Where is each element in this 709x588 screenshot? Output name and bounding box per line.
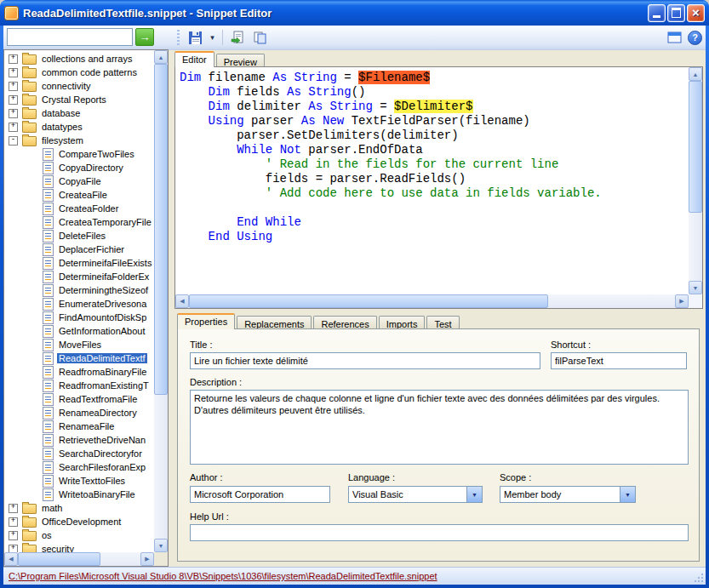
tree-item[interactable]: +os [5, 528, 154, 542]
tree-item[interactable]: RenameaDirectory [5, 406, 154, 420]
save-button[interactable] [185, 27, 205, 48]
code-horizontal-scrollbar[interactable] [175, 294, 689, 308]
help-button[interactable]: ? [688, 31, 702, 45]
scroll-up-button[interactable] [154, 50, 168, 64]
tree-item[interactable]: +collections and arrays [5, 52, 154, 66]
toolbar-grip[interactable] [177, 30, 180, 45]
scroll-thumb[interactable] [189, 294, 548, 308]
scroll-right-button[interactable] [140, 552, 154, 566]
snippet-icon [43, 475, 54, 488]
copy-snippet-button[interactable] [249, 27, 270, 48]
tree-item[interactable]: CopyaDirectory [5, 161, 154, 174]
tree-item[interactable]: RenameaFile [5, 420, 154, 433]
tree-item[interactable]: CreateaTemporaryFile [5, 215, 154, 229]
title-field[interactable] [190, 352, 540, 369]
tree-item[interactable]: FindAmountofDiskSp [5, 311, 154, 324]
tree-item[interactable]: GetInformationAbout [5, 324, 154, 338]
tree-item[interactable]: ReadfromaBinaryFile [5, 365, 154, 379]
expand-icon[interactable]: + [9, 531, 18, 540]
tree-item[interactable]: ReadaDelimitedTextf [5, 351, 154, 365]
tree-horizontal-scrollbar[interactable] [4, 552, 154, 566]
chevron-down-icon[interactable] [620, 487, 635, 502]
tree-item[interactable]: +connectivity [5, 79, 154, 93]
code-editor[interactable]: Dim filename As String = $Filename$ Dim … [174, 66, 703, 309]
help-url-field[interactable] [190, 524, 689, 541]
tree-item[interactable]: SearchFilesforanExp [5, 460, 154, 474]
maximize-button[interactable] [667, 4, 685, 22]
tree-vertical-scrollbar[interactable] [154, 50, 168, 552]
scroll-right-button[interactable] [675, 294, 689, 308]
title-bar[interactable]: ReadaDelimitedTextfile.snippet - Snippet… [0, 0, 709, 26]
tree-item[interactable]: DetermineifaFolderEx [5, 270, 154, 283]
tree-item[interactable]: CompareTwoFiles [5, 147, 154, 161]
author-field[interactable] [190, 486, 330, 503]
tree-item[interactable]: +math [5, 501, 154, 515]
keyword-token: String [294, 71, 336, 84]
tree-item[interactable]: +Crystal Reports [5, 93, 154, 106]
tree-item[interactable]: +common code patterns [5, 66, 154, 79]
tree-item[interactable]: SearchaDirectoryfor [5, 447, 154, 460]
tree-item[interactable]: DeterminingtheSizeof [5, 283, 154, 297]
tree-item[interactable]: +security [5, 542, 154, 552]
tree-item[interactable]: +datatypes [5, 120, 154, 134]
tree-item[interactable]: CreateaFolder [5, 202, 154, 215]
expand-icon[interactable]: + [9, 545, 18, 553]
save-dropdown-button[interactable] [207, 27, 218, 48]
code-text-area[interactable]: Dim filename As String = $Filename$ Dim … [180, 71, 685, 291]
tab-properties[interactable]: Properties [177, 313, 235, 329]
scroll-thumb[interactable] [689, 81, 702, 213]
tree-item[interactable]: +OfficeDevelopment [5, 515, 154, 528]
snippet-icon [43, 203, 54, 215]
export-button[interactable] [227, 27, 248, 48]
tree-item[interactable]: -filesystem [5, 134, 154, 147]
expand-icon[interactable]: + [9, 517, 18, 527]
tree-item[interactable]: DeleteFiles [5, 229, 154, 243]
tree-item[interactable]: ReadfromanExistingT [5, 379, 154, 392]
search-go-button[interactable]: → [135, 28, 154, 46]
tree-item[interactable]: ReadTextfromaFile [5, 392, 154, 406]
expand-icon[interactable]: + [9, 54, 18, 64]
close-button[interactable] [687, 4, 705, 22]
tree-item[interactable]: DeplacerFichier [5, 243, 154, 256]
tab-editor[interactable]: Editor [174, 51, 214, 67]
expand-icon[interactable]: + [9, 123, 18, 132]
tree-item[interactable]: MoveFiles [5, 338, 154, 351]
collapse-icon[interactable]: - [9, 136, 18, 146]
scroll-down-button[interactable] [689, 281, 702, 294]
scroll-left-button[interactable] [175, 294, 189, 308]
code-text: TextFieldParser(filename) [344, 114, 529, 128]
scroll-up-button[interactable] [689, 67, 702, 81]
scroll-thumb[interactable] [154, 64, 168, 395]
expand-icon[interactable]: + [9, 109, 18, 118]
minimize-button[interactable] [648, 4, 666, 22]
language-select[interactable]: Visual Basic [348, 486, 483, 503]
tree-item[interactable]: WritetoaBinaryFile [5, 488, 154, 501]
tree-item-label: SearchFilesforanExp [57, 462, 147, 472]
tree-item[interactable]: DetermineifaFileExists [5, 256, 154, 270]
snippet-path-link[interactable]: C:\Program Files\Microsoft Visual Studio… [9, 571, 437, 581]
panel-toggle-button[interactable] [664, 27, 684, 48]
scroll-left-button[interactable] [4, 552, 18, 566]
expand-icon[interactable]: + [9, 504, 18, 513]
description-field[interactable]: Retourne les valeurs de chaque colonne e… [190, 390, 689, 465]
tree-item[interactable]: +database [5, 106, 154, 120]
scroll-down-button[interactable] [154, 539, 168, 552]
code-vertical-scrollbar[interactable] [689, 67, 702, 294]
code-line: Dim delimiter As String = $Delimiter$ [180, 100, 685, 114]
shortcut-field[interactable] [551, 352, 687, 369]
expand-icon[interactable]: + [9, 82, 18, 91]
resize-grip[interactable] [693, 572, 704, 583]
tree-item[interactable]: RetrievetheDriveNan [5, 433, 154, 447]
open-folder-icon [22, 136, 37, 146]
tree-item[interactable]: CopyaFile [5, 174, 154, 188]
scope-select[interactable]: Member body [500, 486, 636, 503]
expand-icon[interactable]: + [9, 95, 18, 105]
search-input[interactable] [7, 28, 133, 46]
expand-icon[interactable]: + [9, 68, 18, 77]
properties-page: Title : Shortcut : Description : Retourn… [177, 328, 700, 562]
tree-item[interactable]: CreateaFile [5, 188, 154, 202]
chevron-down-icon[interactable] [466, 487, 482, 502]
tree-item[interactable]: EnumerateDrivesona [5, 297, 154, 311]
scroll-thumb[interactable] [18, 552, 100, 566]
tree-item[interactable]: WriteTexttoFiles [5, 474, 154, 488]
